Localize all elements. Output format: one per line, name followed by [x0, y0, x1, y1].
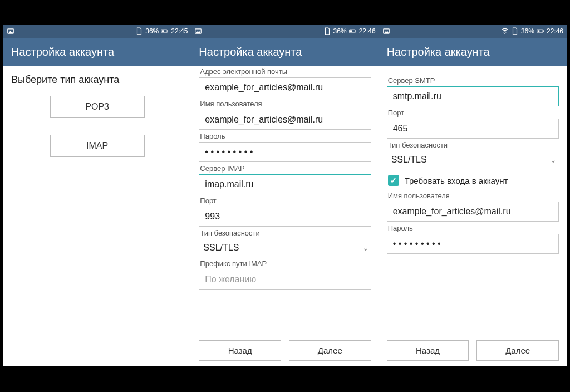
port-field[interactable]: 993 — [199, 207, 371, 227]
sd-card-icon — [511, 27, 519, 35]
picture-icon — [382, 27, 390, 35]
svg-rect-8 — [355, 30, 356, 32]
screen-incoming-settings: 36% 22:46 Настройка аккаунта Адрес элект… — [191, 24, 379, 366]
smtp-server-field[interactable]: smtp.mail.ru — [387, 86, 559, 106]
port-field[interactable]: 465 — [387, 119, 559, 139]
chevron-down-icon: ⌄ — [362, 243, 369, 252]
imap-server-field[interactable]: imap.mail.ru — [199, 174, 371, 194]
svg-marker-1 — [9, 31, 13, 33]
label-security-type: Тип безопасности — [388, 141, 559, 149]
page-title: Настройка аккаунта — [3, 38, 191, 66]
status-bar: 36% 22:46 — [191, 24, 379, 38]
next-button[interactable]: Далее — [476, 340, 559, 361]
security-type-select[interactable]: SSL/TLS ⌄ — [387, 151, 559, 169]
svg-marker-11 — [384, 31, 389, 33]
battery-icon — [537, 27, 544, 35]
label-port: Порт — [388, 109, 559, 117]
security-type-select[interactable]: SSL/TLS ⌄ — [199, 239, 371, 257]
battery-percent: 36% — [521, 27, 534, 35]
status-bar: 36% 22:46 — [379, 24, 567, 38]
clock: 22:46 — [359, 27, 376, 35]
svg-rect-15 — [538, 30, 540, 32]
clock: 22:45 — [171, 27, 188, 35]
svg-point-12 — [504, 33, 505, 34]
require-login-row[interactable]: ✓ Требовать входа в аккаунт — [388, 175, 558, 186]
email-field[interactable]: example_for_articles@mail.ru — [199, 77, 371, 97]
label-username: Имя пользователя — [200, 100, 371, 108]
account-type-heading: Выберите тип аккаунта — [11, 74, 183, 86]
label-smtp-server: Сервер SMTP — [388, 76, 559, 85]
back-button[interactable]: Назад — [387, 340, 469, 361]
svg-rect-9 — [350, 30, 352, 32]
next-button[interactable]: Далее — [289, 340, 371, 361]
battery-icon — [161, 27, 169, 35]
svg-rect-3 — [168, 30, 168, 32]
battery-percent: 36% — [333, 27, 347, 35]
battery-percent: 36% — [145, 27, 159, 35]
checkbox-checked-icon: ✓ — [388, 175, 399, 186]
sd-card-icon — [323, 27, 331, 35]
username-field[interactable]: example_for_articles@mail.ru — [199, 110, 371, 130]
require-login-label: Требовать входа в аккаунт — [405, 176, 508, 185]
sd-card-icon — [135, 27, 143, 35]
security-type-value: SSL/TLS — [391, 155, 427, 165]
security-type-value: SSL/TLS — [203, 243, 239, 253]
label-email: Адрес электронной почты — [200, 67, 371, 76]
label-password: Пароль — [200, 132, 371, 140]
clock: 22:46 — [547, 27, 563, 35]
label-imap-prefix: Префикс пути IMAP — [200, 259, 371, 268]
label-security-type: Тип безопасности — [200, 229, 371, 237]
label-username: Имя пользователя — [388, 192, 559, 200]
svg-rect-4 — [162, 30, 164, 32]
svg-marker-6 — [196, 31, 201, 33]
label-password: Пароль — [388, 224, 559, 232]
screen-account-type: 36% 22:45 Настройка аккаунта Выберите ти… — [3, 24, 191, 366]
status-bar: 36% 22:45 — [3, 24, 191, 38]
svg-rect-14 — [543, 30, 544, 32]
picture-icon — [7, 27, 14, 35]
page-title: Настройка аккаунта — [191, 38, 379, 66]
picture-icon — [194, 27, 202, 35]
back-button[interactable]: Назад — [199, 340, 281, 361]
page-title: Настройка аккаунта — [379, 38, 567, 66]
pop3-button[interactable]: POP3 — [50, 96, 145, 118]
username-field[interactable]: example_for_articles@mail.ru — [387, 202, 559, 222]
chevron-down-icon: ⌄ — [550, 155, 557, 164]
password-field[interactable]: • • • • • • • • • — [199, 142, 371, 162]
label-port: Порт — [200, 197, 371, 205]
wifi-icon — [501, 27, 509, 35]
imap-button[interactable]: IMAP — [50, 135, 145, 157]
password-field[interactable]: • • • • • • • • • — [387, 234, 559, 254]
imap-prefix-field[interactable]: По желанию — [199, 270, 371, 290]
battery-icon — [349, 27, 357, 35]
label-imap-server: Сервер IMAP — [200, 164, 371, 173]
screen-outgoing-settings: 36% 22:46 Настройка аккаунта Сервер SMTP… — [379, 24, 567, 366]
